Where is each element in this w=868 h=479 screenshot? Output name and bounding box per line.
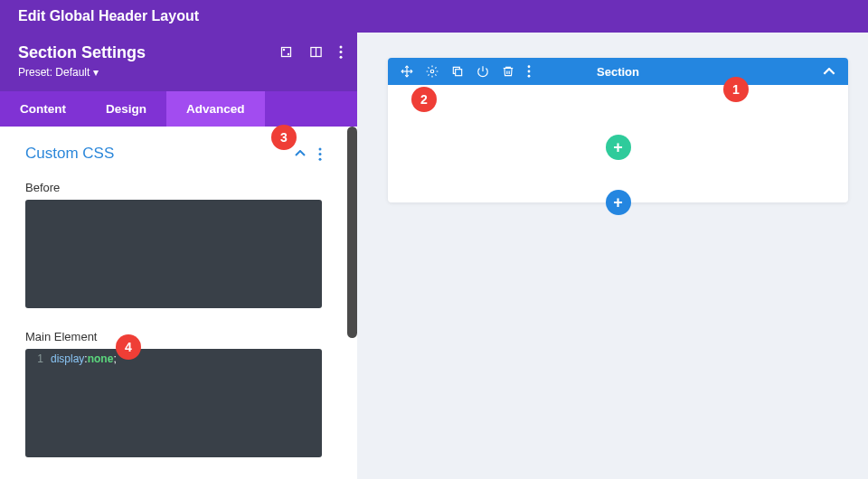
page-title-bar: Edit Global Header Layout xyxy=(0,0,868,33)
settings-tabs: Content Design Advanced xyxy=(0,91,357,127)
annotation-2: 2 xyxy=(411,87,437,112)
settings-sidebar: Section Settings Preset: Default ▾ Conte… xyxy=(0,33,357,479)
svg-point-9 xyxy=(319,153,322,155)
chevron-up-icon[interactable] xyxy=(823,68,835,76)
power-icon[interactable] xyxy=(476,65,489,78)
svg-point-14 xyxy=(528,65,531,68)
settings-content: Custom CSS Before Main Element xyxy=(0,127,347,479)
svg-point-10 xyxy=(319,157,322,160)
tab-design[interactable]: Design xyxy=(86,91,166,127)
section-body[interactable]: + + xyxy=(388,85,848,202)
panel-title: Custom CSS xyxy=(25,145,114,163)
section-toolbar-icons xyxy=(401,65,531,78)
tab-content[interactable]: Content xyxy=(0,91,86,127)
svg-point-6 xyxy=(340,51,343,53)
svg-rect-0 xyxy=(282,48,291,57)
add-section-button[interactable]: + xyxy=(606,190,631,215)
panel-icon[interactable] xyxy=(309,45,323,59)
settings-header: Section Settings Preset: Default ▾ xyxy=(0,33,357,91)
expand-icon[interactable] xyxy=(279,45,293,59)
annotation-1: 1 xyxy=(723,77,749,102)
sidebar-scrollbar[interactable] xyxy=(347,127,357,338)
svg-point-2 xyxy=(288,53,288,54)
code-line: 1 display:none; xyxy=(25,352,322,365)
more-icon[interactable] xyxy=(527,65,531,78)
main-element-label: Main Element xyxy=(25,330,97,343)
svg-point-11 xyxy=(430,70,434,73)
section-label: Section xyxy=(597,65,639,79)
svg-point-16 xyxy=(528,75,531,78)
tab-advanced[interactable]: Advanced xyxy=(166,91,265,127)
svg-point-15 xyxy=(528,70,531,73)
section-block[interactable]: Section + + xyxy=(388,58,848,202)
svg-point-8 xyxy=(319,147,322,150)
more-icon[interactable] xyxy=(339,45,343,59)
page-title: Edit Global Header Layout xyxy=(18,8,199,23)
before-label: Before xyxy=(25,181,60,194)
duplicate-icon[interactable] xyxy=(451,65,464,78)
add-row-button[interactable]: + xyxy=(606,135,631,160)
panel-actions xyxy=(295,147,322,161)
trash-icon[interactable] xyxy=(502,65,514,78)
svg-point-7 xyxy=(340,56,343,59)
annotation-3: 3 xyxy=(271,125,297,150)
svg-point-5 xyxy=(340,45,343,48)
code-text: display:none; xyxy=(51,352,117,365)
preset-selector[interactable]: Preset: Default ▾ xyxy=(18,66,339,79)
section-toolbar: Section xyxy=(388,58,848,85)
main-element-code-editor[interactable]: 1 display:none; xyxy=(25,349,322,457)
line-number: 1 xyxy=(25,352,51,365)
annotation-4: 4 xyxy=(116,334,141,360)
svg-point-1 xyxy=(283,49,284,50)
move-icon[interactable] xyxy=(401,65,413,78)
header-action-icons xyxy=(279,45,343,59)
caret-down-icon: ▾ xyxy=(93,66,99,79)
chevron-up-icon[interactable] xyxy=(295,150,306,157)
before-code-editor[interactable] xyxy=(25,200,322,308)
more-icon[interactable] xyxy=(318,147,322,161)
svg-rect-12 xyxy=(456,70,462,76)
gear-icon[interactable] xyxy=(426,65,439,78)
